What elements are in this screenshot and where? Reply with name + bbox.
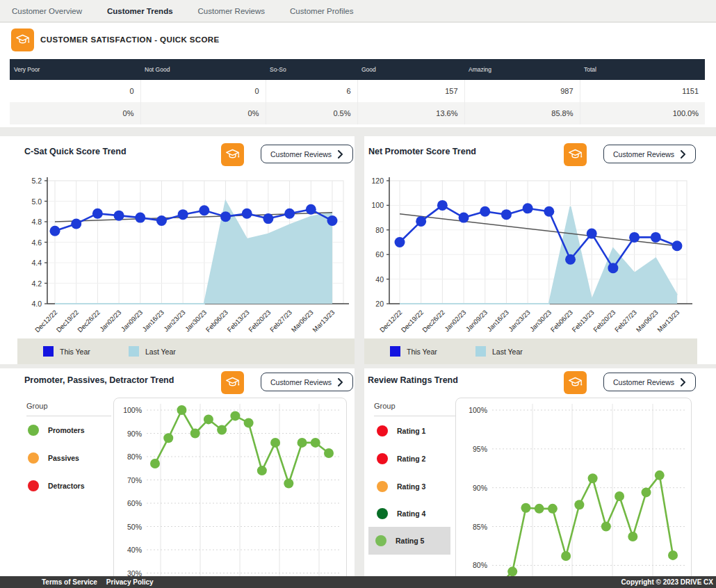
graduation-cap-icon[interactable] (11, 28, 34, 51)
customer-reviews-button[interactable]: Customer Reviews (603, 373, 696, 391)
svg-text:Mar13/23: Mar13/23 (311, 309, 336, 334)
svg-text:95%: 95% (473, 445, 487, 453)
header-so-so: So-So (266, 59, 357, 80)
quick-score-table: Very Poor Not Good So-So Good Amazing To… (10, 59, 705, 124)
customer-reviews-button[interactable]: Customer Reviews (603, 145, 696, 163)
svg-text:Mar13/23: Mar13/23 (656, 309, 681, 334)
legend-item-passives[interactable]: Passives (21, 444, 86, 472)
svg-text:Feb13/23: Feb13/23 (225, 309, 250, 334)
chart-title: Promoter, Passives, Detractor Trend (24, 375, 174, 385)
count-very-poor: 0 (10, 80, 140, 102)
terms-of-service-link[interactable]: Terms of Service (42, 578, 97, 586)
svg-text:80%: 80% (127, 452, 142, 461)
pct-very-poor: 0% (10, 102, 140, 124)
svg-text:70%: 70% (127, 476, 142, 484)
customer-reviews-button[interactable]: Customer Reviews (261, 373, 353, 391)
promoters-label: Promoters (48, 426, 85, 434)
tab-customer-reviews[interactable]: Customer Reviews (198, 7, 266, 15)
section-title: CUSTOMER SATISFACTION - QUICK SCORE (40, 35, 220, 44)
chart-title: C-Sat Quick Score Trend (24, 147, 127, 156)
nps-trend-panel: Net Promoter Score Trend Customer Review… (364, 136, 716, 364)
legend-item-rating-3[interactable]: Rating 3 (370, 473, 432, 500)
svg-text:4.0: 4.0 (31, 300, 42, 308)
graduation-cap-glyph (15, 33, 30, 47)
chart-title: Review Ratings Trend (368, 375, 458, 385)
last-year-label: Last Year (145, 348, 176, 356)
svg-text:90%: 90% (473, 484, 487, 492)
svg-text:Feb20/23: Feb20/23 (247, 309, 272, 334)
graduation-cap-icon[interactable] (221, 371, 244, 394)
svg-text:120: 120 (371, 177, 384, 185)
svg-text:Dec26/22: Dec26/22 (76, 309, 101, 334)
pct-so-so: 0.5% (266, 102, 357, 124)
chart-title: Net Promoter Score Trend (368, 147, 476, 156)
nps-chart: 12010080604020Dec12/22Dec19/22Dec26/22Ja… (364, 174, 716, 339)
svg-text:Dec26/22: Dec26/22 (421, 309, 446, 334)
legend-item-rating-1[interactable]: Rating 1 (370, 417, 432, 445)
rating-2-label: Rating 2 (397, 455, 425, 463)
chevron-right-icon (681, 150, 686, 158)
top-nav: Customer Overview Customer Trends Custom… (0, 0, 716, 22)
copyright-text: Copyright © 2023 DRIVE CX (621, 578, 716, 586)
rating-3-label: Rating 3 (397, 482, 425, 491)
svg-text:Mar06/23: Mar06/23 (635, 309, 660, 334)
ratings-chart: 100%95%90%85%80% (456, 398, 691, 588)
svg-text:Jan09/23: Jan09/23 (464, 309, 489, 333)
rating-5-dot (375, 535, 387, 546)
svg-text:Dec19/22: Dec19/22 (55, 309, 81, 334)
this-year-label: This Year (407, 348, 437, 356)
svg-text:Feb27/23: Feb27/23 (613, 309, 638, 334)
svg-text:80: 80 (375, 226, 384, 234)
svg-text:100%: 100% (469, 406, 487, 414)
legend-last-year: Last Year (475, 338, 523, 364)
chevron-right-icon (338, 150, 343, 158)
csat-trend-panel: C-Sat Quick Score Trend Customer Reviews… (0, 136, 355, 364)
graduation-cap-glyph (568, 147, 583, 162)
svg-text:40: 40 (375, 275, 384, 284)
graduation-cap-glyph (568, 375, 583, 390)
svg-text:Dec12/22: Dec12/22 (378, 309, 404, 334)
tab-customer-trends[interactable]: Customer Trends (107, 7, 173, 15)
svg-text:50%: 50% (127, 523, 142, 531)
customer-reviews-button[interactable]: Customer Reviews (261, 145, 353, 163)
legend-item-rating-4[interactable]: Rating 4 (370, 500, 432, 528)
svg-text:Jan02/23: Jan02/23 (443, 309, 467, 333)
tab-customer-profiles[interactable]: Customer Profiles (290, 7, 353, 15)
ratings-chart-card: 100%95%90%85%80% (455, 398, 692, 588)
tab-customer-overview[interactable]: Customer Overview (12, 7, 82, 15)
legend-this-year: This Year (43, 338, 90, 364)
pct-not-good: 0% (140, 102, 266, 124)
header-very-poor: Very Poor (10, 59, 140, 80)
svg-text:80%: 80% (473, 561, 487, 569)
header-total: Total (580, 59, 705, 80)
passives-label: Passives (48, 454, 79, 462)
legend-last-year: Last Year (129, 338, 176, 364)
legend-item-promoters[interactable]: Promoters (21, 416, 92, 444)
legend-item-rating-5[interactable]: Rating 5 (368, 527, 450, 555)
last-year-swatch (129, 346, 139, 357)
pct-total: 100.0% (580, 102, 705, 124)
svg-text:Jan09/23: Jan09/23 (120, 309, 144, 333)
graduation-cap-glyph (225, 147, 240, 162)
svg-text:40%: 40% (127, 546, 142, 554)
this-year-label: This Year (60, 348, 90, 356)
svg-text:Jan23/23: Jan23/23 (162, 309, 186, 333)
detractors-label: Detractors (48, 482, 85, 490)
count-amazing: 987 (464, 80, 580, 102)
rating-1-dot (377, 425, 388, 436)
counts-row: 0 0 6 157 987 1151 (10, 80, 705, 102)
legend-item-rating-2[interactable]: Rating 2 (370, 445, 432, 473)
svg-text:Feb27/23: Feb27/23 (268, 309, 293, 334)
graduation-cap-icon[interactable] (564, 371, 587, 394)
footer: Terms of Service Privacy Policy Copyrigh… (0, 576, 716, 588)
npd-trend-panel: Promoter, Passives, Detractor Trend Cust… (0, 368, 355, 588)
graduation-cap-icon[interactable] (221, 143, 244, 166)
graduation-cap-icon[interactable] (564, 143, 587, 166)
svg-text:Jan16/23: Jan16/23 (140, 309, 165, 333)
count-not-good: 0 (140, 80, 266, 102)
svg-text:Dec12/22: Dec12/22 (33, 309, 59, 334)
svg-text:4.4: 4.4 (31, 259, 42, 267)
privacy-policy-link[interactable]: Privacy Policy (106, 578, 154, 586)
legend-item-detractors[interactable]: Detractors (21, 472, 92, 500)
rating-1-label: Rating 1 (397, 427, 425, 435)
